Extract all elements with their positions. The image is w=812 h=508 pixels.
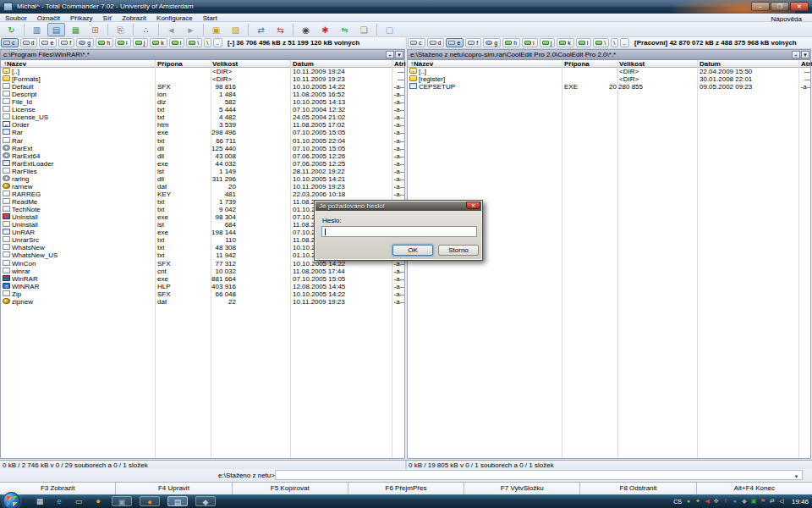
drive-button-e[interactable]: e: [446, 38, 464, 47]
file-row[interactable]: CEPSETUPEXE20 280 85509.05.2002 09:23-a-…: [408, 83, 810, 91]
command-history-dropdown-icon[interactable]: ▼: [793, 472, 800, 482]
brief-view-icon[interactable]: ▥: [28, 23, 46, 36]
ftp-connect-icon[interactable]: ⇄: [252, 23, 270, 36]
drive-button-c[interactable]: c: [1, 38, 19, 47]
fkey-button-f8[interactable]: F8 Odstranit: [580, 483, 696, 494]
command-line-input[interactable]: ▼: [275, 470, 803, 480]
tray-red-icon[interactable]: ◀: [704, 498, 710, 505]
drive-button-g[interactable]: g: [76, 38, 94, 47]
maximize-button[interactable]: ❐: [771, 2, 789, 11]
ftp-open-icon[interactable]: ⇆: [272, 23, 289, 36]
fkey-button-f6[interactable]: F6 PřejmPřes: [348, 483, 464, 494]
column-header-ext[interactable]: Přípona: [564, 60, 590, 68]
language-indicator[interactable]: CS: [673, 499, 682, 505]
column-header-name[interactable]: ↑Název: [3, 60, 26, 68]
file-row[interactable]: RarFileslst1 14928.11.2002 19:22-a--: [1, 168, 404, 175]
file-row[interactable]: File_Iddiz58210.10.2005 14:13-a--: [1, 98, 404, 106]
column-header-date[interactable]: Datum: [700, 60, 721, 68]
file-row[interactable]: RarExtLoaderexe44 03207.06.2005 12:25-a-…: [1, 160, 404, 168]
multi-rename-icon[interactable]: ✱: [316, 23, 334, 36]
tree-view-icon[interactable]: ⊞: [86, 23, 104, 36]
column-header-attr[interactable]: Atri: [801, 60, 812, 68]
drive-button-i[interactable]: i: [115, 38, 131, 47]
drive-button-c[interactable]: c: [408, 38, 425, 47]
file-row[interactable]: ↑[..]<DIR>10.11.2009 19:24—: [1, 68, 404, 75]
file-row[interactable]: Description1 48411.08.2005 16:52-a--: [1, 91, 404, 98]
taskbar-clock[interactable]: 19:46: [792, 498, 809, 505]
taskbar-app2-icon[interactable]: ▣: [112, 496, 132, 506]
drive-button-\[interactable]: \: [186, 38, 202, 47]
tray-green-icon[interactable]: ●: [685, 498, 692, 505]
tray-green-square-icon[interactable]: ▣: [750, 498, 757, 505]
fkey-button-f3[interactable]: F3 Zobrazit: [0, 483, 116, 494]
file-row[interactable]: RarExtdll125 44007.10.2005 15:05-a--: [1, 145, 404, 152]
drive-button-\[interactable]: \: [593, 38, 609, 47]
taskbar-app1-icon[interactable]: ▦: [34, 496, 46, 506]
forward-icon[interactable]: ►: [182, 23, 200, 36]
file-row[interactable]: rarnewdat2010.11.2009 19:23-a--: [1, 183, 404, 190]
drive-button-k[interactable]: k: [150, 38, 167, 47]
fkey-button-f7[interactable]: F7 VytvSložku: [464, 483, 580, 494]
fkey-button-alt+f4[interactable]: Alt+F4 Konec: [697, 483, 812, 494]
storno-button[interactable]: Storno: [438, 245, 479, 256]
back-icon[interactable]: ◄: [162, 23, 180, 36]
file-row[interactable]: [Formats]<DIR>10.11.2009 19:23—: [1, 75, 404, 83]
history-dropdown-button[interactable]: ▼: [395, 51, 403, 58]
file-row[interactable]: ↑[..]<DIR>22.04.2009 15:50—: [408, 68, 810, 75]
password-input[interactable]: [321, 226, 477, 237]
column-header-name[interactable]: ↑Název: [410, 60, 433, 68]
column-header-size[interactable]: Velikost: [212, 60, 238, 68]
drive-button-f[interactable]: f: [465, 38, 481, 47]
file-row[interactable]: RARREGKEY48122.03.2006 10:18-a--: [1, 190, 404, 198]
drive-button-j[interactable]: j: [133, 38, 149, 47]
tray-gray-icon[interactable]: ◆: [741, 498, 748, 505]
quick-view-icon[interactable]: ⎘: [112, 23, 129, 36]
minimize-button[interactable]: –: [751, 2, 770, 11]
dialog-close-icon[interactable]: ✕: [466, 202, 480, 209]
explorer-folder-icon[interactable]: ▭: [73, 496, 85, 506]
drive-button-f[interactable]: f: [58, 38, 74, 47]
file-row[interactable]: Rarexe298 49607.10.2005 15:05-a--: [1, 129, 404, 136]
tray-facebook-icon[interactable]: f: [722, 498, 729, 505]
file-row[interactable]: zipnewdat2210.11.2009 19:23-a--: [1, 298, 404, 306]
drive-button-..[interactable]: ..: [620, 38, 629, 47]
column-header-attr[interactable]: Atri: [394, 60, 406, 68]
drive-button-\[interactable]: \: [611, 38, 618, 47]
drive-button-e[interactable]: e: [39, 38, 57, 47]
fkey-button-f4[interactable]: F4 Upravit: [116, 483, 232, 494]
internet-explorer-icon[interactable]: e: [53, 496, 65, 506]
file-row[interactable]: rarlngdll311 29610.10.2005 14:21-a--: [1, 175, 404, 183]
drive-button-h[interactable]: h: [96, 38, 113, 47]
unpack-icon[interactable]: ▨: [227, 23, 244, 36]
drive-button-g[interactable]: g: [483, 38, 501, 47]
firefox-icon[interactable]: ●: [140, 496, 160, 506]
history-dropdown-button[interactable]: ▼: [801, 51, 809, 58]
file-row[interactable]: ?WINRARHLP403 91612.08.2005 14:45-a--: [1, 283, 404, 290]
tray-globe-icon[interactable]: ●: [732, 498, 738, 505]
drive-button-k[interactable]: k: [557, 38, 574, 47]
taskbar-app3-icon[interactable]: ◆: [195, 496, 216, 506]
drive-button-i[interactable]: i: [522, 38, 538, 47]
tray-flag-icon[interactable]: ⚑: [760, 498, 766, 505]
drive-button-..[interactable]: ..: [213, 38, 222, 47]
add-tab-button[interactable]: +: [386, 51, 394, 58]
panel-path-bar[interactable]: e:\Staženo z netu\copro-sim.rar\CoolEdit…: [408, 50, 810, 60]
windows-start-orb[interactable]: [3, 492, 20, 508]
file-row[interactable]: License_UStxt4 48224.05.2004 21:02-a--: [1, 113, 404, 121]
footsteps-icon[interactable]: ∴: [137, 23, 155, 36]
media-player-icon[interactable]: ●: [92, 496, 104, 506]
column-header-size[interactable]: Velikost: [619, 60, 645, 68]
ok-button[interactable]: OK: [392, 245, 433, 256]
drive-button-\[interactable]: \: [204, 38, 211, 47]
drive-button-h[interactable]: h: [502, 38, 520, 47]
drive-button-d[interactable]: d: [427, 38, 445, 47]
thumbnails-view-icon[interactable]: ▦: [67, 23, 85, 36]
column-header-ext[interactable]: Přípona: [157, 60, 183, 68]
drive-button-j[interactable]: j: [540, 38, 556, 47]
fkey-button-f5[interactable]: F5 Kopírovat: [233, 483, 348, 494]
tray-loop-icon[interactable]: ⇄: [769, 498, 776, 505]
close-button[interactable]: ✕: [790, 2, 809, 11]
tray-speaker-icon[interactable]: ◁: [778, 498, 785, 505]
drive-button-l[interactable]: l: [576, 38, 592, 47]
notepad-icon[interactable]: ▢: [381, 23, 398, 36]
